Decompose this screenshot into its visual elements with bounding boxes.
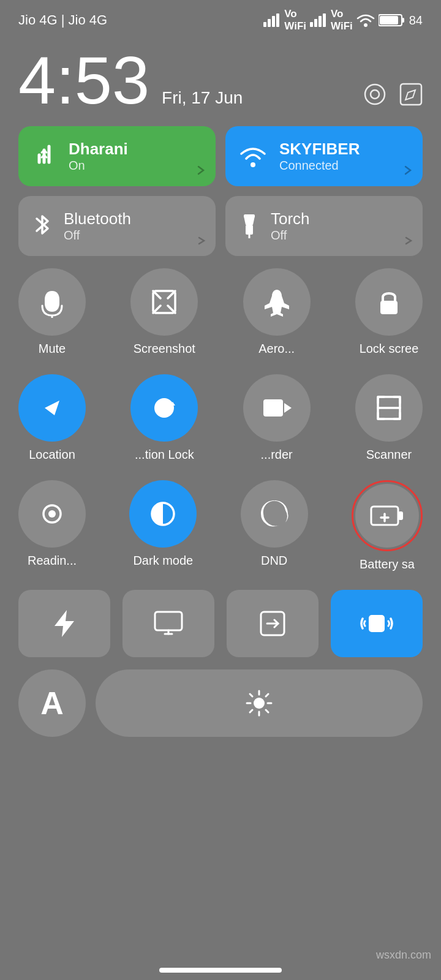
svg-rect-16: [246, 225, 253, 235]
vibrate-tile[interactable]: [331, 590, 423, 657]
mobile-data-tile[interactable]: Dharani On: [18, 126, 216, 186]
svg-line-23: [168, 306, 175, 313]
flash-tile[interactable]: [18, 590, 110, 657]
font-brightness-row: A: [0, 669, 441, 737]
svg-line-63: [266, 694, 268, 696]
torch-arrow: [403, 235, 414, 249]
svg-point-8: [364, 23, 368, 27]
location-tile[interactable]: Location: [18, 374, 86, 462]
mobile-data-subtitle: On: [69, 159, 128, 173]
svg-rect-2: [272, 16, 275, 27]
aeroplane-tile[interactable]: Aero...: [243, 268, 311, 356]
brightness-icon: [246, 690, 273, 717]
lock-screen-tile[interactable]: Lock scree: [355, 268, 423, 356]
reading-mode-circle: [18, 480, 86, 548]
mute-tile[interactable]: Mute: [18, 268, 86, 356]
bluetooth-text: Bluetooth Off: [64, 209, 131, 243]
dnd-tile[interactable]: DND: [241, 480, 308, 571]
svg-marker-25: [45, 401, 59, 415]
settings-icon[interactable]: [363, 82, 387, 107]
svg-point-28: [160, 404, 168, 412]
edit-icon[interactable]: [399, 83, 423, 106]
mobile-data-icon: [31, 141, 58, 171]
mobile-data-title: Dharani: [69, 140, 128, 159]
wifi-tile-title: SKYFIBER: [279, 140, 360, 159]
svg-line-22: [153, 306, 160, 313]
signal-icon-2: [310, 13, 327, 27]
svg-rect-17: [244, 214, 255, 217]
medium-tiles-row: Bluetooth Off Torch Off: [0, 192, 441, 262]
svg-line-62: [266, 710, 268, 712]
vowifi-label-2: VoWiFi: [331, 8, 353, 32]
dark-mode-circle: [129, 480, 197, 548]
svg-rect-50: [155, 612, 182, 630]
wifi-tile-arrow: [402, 164, 414, 179]
aeroplane-label: Aero...: [258, 342, 295, 356]
screen-recorder-label: ...rder: [261, 448, 293, 462]
location-circle: [18, 374, 86, 442]
font-size-tile[interactable]: A: [18, 669, 86, 737]
clock-left: 4:53 Fri, 17 Jun: [18, 47, 243, 114]
rotation-lock-label: ...tion Lock: [135, 448, 194, 462]
clock-time: 4:53: [18, 47, 149, 114]
svg-rect-0: [263, 22, 266, 27]
battery-saver-highlight: [352, 480, 423, 551]
svg-line-21: [168, 291, 175, 298]
torch-tile[interactable]: Torch Off: [225, 196, 423, 256]
screen-recorder-circle: [243, 374, 311, 442]
svg-rect-6: [318, 16, 322, 27]
cast-tile[interactable]: [123, 590, 214, 657]
svg-point-12: [371, 90, 379, 99]
lock-screen-label: Lock scree: [360, 342, 419, 356]
svg-line-20: [153, 291, 160, 298]
svg-rect-24: [380, 301, 398, 314]
svg-point-42: [48, 510, 56, 518]
extra-tile[interactable]: [227, 590, 318, 657]
svg-rect-55: [369, 615, 385, 632]
location-label: Location: [29, 448, 75, 462]
svg-rect-3: [276, 13, 279, 27]
watermark: wsxdn.com: [376, 949, 431, 962]
screenshot-label: Screenshot: [134, 342, 195, 356]
svg-rect-46: [398, 511, 403, 520]
bluetooth-icon: [31, 211, 54, 241]
svg-rect-5: [314, 19, 317, 27]
small-tiles-row-3: Readin... Dark mode DND: [18, 480, 423, 571]
clock-action-icons[interactable]: [363, 82, 423, 107]
screen-recorder-tile[interactable]: ...rder: [243, 374, 311, 462]
svg-point-15: [251, 162, 255, 167]
reading-mode-tile[interactable]: Readin...: [18, 480, 86, 571]
screenshot-tile[interactable]: Screenshot: [130, 268, 198, 356]
reading-mode-label: Readin...: [28, 554, 77, 568]
svg-point-56: [254, 698, 265, 709]
rotation-lock-circle: [130, 374, 198, 442]
small-tiles-row-2: Location ...tion Lock ...rde: [18, 374, 423, 462]
home-indicator: [159, 968, 282, 973]
wifi-tile[interactable]: SKYFIBER Connected: [225, 126, 423, 186]
svg-rect-11: [380, 16, 398, 24]
brightness-slider-tile[interactable]: [96, 669, 423, 737]
font-size-label: A: [40, 685, 64, 722]
dnd-circle: [241, 480, 308, 548]
torch-icon: [238, 211, 261, 241]
big-tiles-row: Dharani On SKYFIBER Connected: [0, 120, 441, 192]
carrier-text: Jio 4G | Jio 4G: [18, 12, 107, 28]
battery-saver-tile[interactable]: Battery sa: [352, 480, 423, 571]
torch-subtitle: Off: [271, 228, 310, 243]
mobile-data-text: Dharani On: [69, 140, 128, 173]
dark-mode-tile[interactable]: Dark mode: [129, 480, 197, 571]
scanner-tile[interactable]: Scanner: [355, 374, 423, 462]
rotation-lock-tile[interactable]: ...tion Lock: [130, 374, 198, 462]
svg-rect-10: [402, 18, 404, 23]
bluetooth-tile[interactable]: Bluetooth Off: [18, 196, 216, 256]
small-tiles-section: Mute Screenshot Aero...: [0, 262, 441, 571]
bluetooth-subtitle: Off: [64, 228, 131, 243]
clock-date: Fri, 17 Jun: [162, 88, 243, 108]
wifi-tile-icon: [238, 141, 268, 171]
battery-percentage: 84: [409, 13, 423, 28]
svg-rect-4: [310, 22, 313, 27]
mute-circle: [18, 268, 86, 336]
svg-rect-1: [268, 19, 271, 27]
torch-title: Torch: [271, 209, 310, 228]
svg-rect-7: [323, 13, 326, 27]
